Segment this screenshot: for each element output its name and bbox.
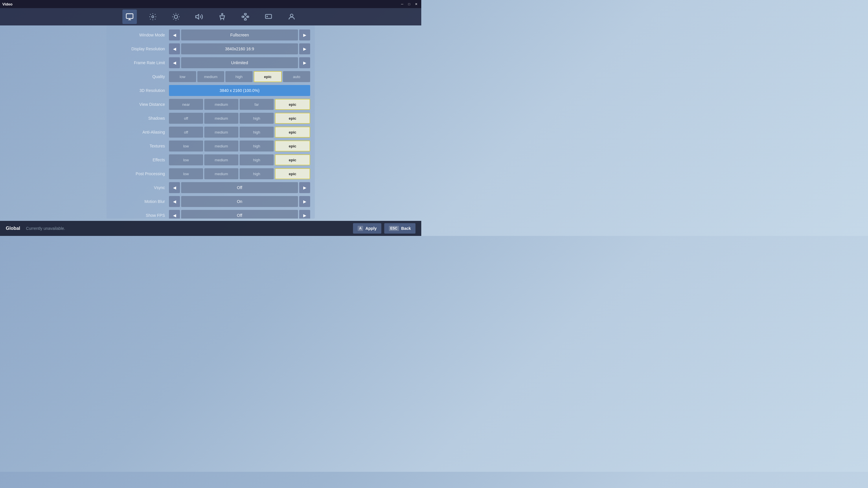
textures-low[interactable]: low [169, 140, 203, 152]
nav-brightness[interactable] [169, 9, 183, 24]
effects-control: low medium high epic [169, 154, 310, 165]
post-processing-high[interactable]: high [240, 168, 274, 179]
view-distance-epic[interactable]: epic [275, 99, 310, 110]
nav-accessibility[interactable] [215, 9, 229, 24]
show-fps-row: Show FPS ◀ Off ▶ [111, 209, 310, 219]
effects-label: Effects [111, 158, 169, 162]
frame-rate-value: Unlimited [181, 57, 298, 68]
window-mode-label: Window Mode [111, 33, 169, 37]
quality-auto[interactable]: auto [283, 71, 310, 82]
show-fps-next[interactable]: ▶ [299, 210, 310, 219]
show-fps-control: ◀ Off ▶ [169, 210, 310, 219]
global-label: Global [6, 226, 20, 231]
quality-high[interactable]: high [225, 71, 253, 82]
post-processing-row: Post Processing low medium high epic [111, 168, 310, 180]
textures-medium[interactable]: medium [204, 140, 239, 152]
quality-low[interactable]: low [169, 71, 196, 82]
quality-control: low medium high epic auto [169, 71, 310, 82]
navigation-bar [0, 8, 421, 26]
title-bar-left: Video [2, 2, 12, 6]
frame-rate-control: ◀ Unlimited ▶ [169, 57, 310, 68]
post-processing-medium[interactable]: medium [204, 168, 239, 179]
post-processing-control: low medium high epic [169, 168, 310, 179]
quality-buttons: low medium high epic auto [169, 71, 310, 82]
vsync-next[interactable]: ▶ [299, 182, 310, 193]
effects-high[interactable]: high [240, 154, 274, 165]
vsync-row: Vsync ◀ Off ▶ [111, 182, 310, 194]
effects-epic[interactable]: epic [275, 154, 310, 165]
window-controls[interactable]: ─ □ ✕ [399, 2, 419, 6]
3d-resolution-row: 3D Resolution 3840 x 2160 (100.0%) [111, 85, 310, 97]
show-fps-label: Show FPS [111, 213, 169, 218]
maximize-button[interactable]: □ [406, 2, 412, 6]
nav-network[interactable] [238, 9, 253, 24]
anti-aliasing-high[interactable]: high [240, 127, 274, 138]
3d-resolution-control: 3840 x 2160 (100.0%) [169, 85, 310, 96]
post-processing-label: Post Processing [111, 171, 169, 176]
frame-rate-next[interactable]: ▶ [299, 57, 310, 68]
close-button[interactable]: ✕ [413, 2, 419, 6]
svg-point-23 [290, 14, 293, 17]
window-mode-prev[interactable]: ◀ [169, 30, 180, 40]
nav-settings[interactable] [146, 9, 160, 24]
anti-aliasing-medium[interactable]: medium [204, 127, 239, 138]
textures-label: Textures [111, 144, 169, 148]
view-distance-near[interactable]: near [169, 99, 203, 110]
nav-controller[interactable] [261, 9, 276, 24]
3d-resolution-value: 3840 x 2160 (100.0%) [169, 85, 310, 96]
back-button[interactable]: ESC Back [384, 223, 415, 234]
minimize-button[interactable]: ─ [399, 2, 405, 6]
content-area: Window Mode ◀ Fullscreen ▶ Display Resol… [23, 26, 398, 219]
svg-line-8 [178, 19, 179, 20]
vsync-prev[interactable]: ◀ [169, 182, 180, 193]
display-resolution-value: 3840x2160 16:9 [181, 43, 298, 54]
display-resolution-prev[interactable]: ◀ [169, 43, 180, 54]
effects-low[interactable]: low [169, 154, 203, 165]
anti-aliasing-off[interactable]: off [169, 127, 203, 138]
textures-high[interactable]: high [240, 140, 274, 152]
apply-button[interactable]: A Apply [353, 223, 381, 234]
quality-epic[interactable]: epic [254, 71, 282, 82]
motion-blur-control: ◀ On ▶ [169, 196, 310, 207]
anti-aliasing-control: off medium high epic [169, 127, 310, 138]
post-processing-buttons: low medium high epic [169, 168, 310, 179]
shadows-off[interactable]: off [169, 113, 203, 124]
nav-account[interactable] [284, 9, 299, 24]
effects-row: Effects low medium high epic [111, 154, 310, 166]
view-distance-buttons: near medium far epic [169, 99, 310, 110]
nav-monitor[interactable] [122, 9, 137, 24]
window-mode-next[interactable]: ▶ [299, 30, 310, 40]
window-mode-value: Fullscreen [181, 30, 298, 40]
quality-medium[interactable]: medium [197, 71, 224, 82]
bottom-bar: Global Currently unavailable. A Apply ES… [0, 221, 421, 236]
svg-point-14 [222, 13, 223, 15]
shadows-medium[interactable]: medium [204, 113, 239, 124]
post-processing-epic[interactable]: epic [275, 168, 310, 179]
svg-rect-0 [126, 14, 133, 19]
shadows-high[interactable]: high [240, 113, 274, 124]
anti-aliasing-row: Anti-Aliasing off medium high epic [111, 126, 310, 138]
textures-epic[interactable]: epic [275, 140, 310, 152]
effects-medium[interactable]: medium [204, 154, 239, 165]
motion-blur-prev[interactable]: ◀ [169, 196, 180, 207]
textures-control: low medium high epic [169, 140, 310, 152]
vsync-label: Vsync [111, 185, 169, 190]
post-processing-low[interactable]: low [169, 168, 203, 179]
apply-key: A [358, 226, 363, 231]
frame-rate-prev[interactable]: ◀ [169, 57, 180, 68]
shadows-epic[interactable]: epic [275, 113, 310, 124]
window-mode-control: ◀ Fullscreen ▶ [169, 30, 310, 40]
svg-point-4 [174, 15, 178, 19]
nav-audio[interactable] [192, 9, 206, 24]
anti-aliasing-buttons: off medium high epic [169, 127, 310, 138]
title-bar: Video ─ □ ✕ [0, 0, 421, 8]
anti-aliasing-epic[interactable]: epic [275, 127, 310, 138]
motion-blur-value: On [181, 196, 298, 207]
window-mode-row: Window Mode ◀ Fullscreen ▶ [111, 29, 310, 41]
motion-blur-next[interactable]: ▶ [299, 196, 310, 207]
view-distance-far[interactable]: far [240, 99, 274, 110]
view-distance-medium[interactable]: medium [204, 99, 239, 110]
anti-aliasing-label: Anti-Aliasing [111, 130, 169, 134]
show-fps-prev[interactable]: ◀ [169, 210, 180, 219]
display-resolution-next[interactable]: ▶ [299, 43, 310, 54]
